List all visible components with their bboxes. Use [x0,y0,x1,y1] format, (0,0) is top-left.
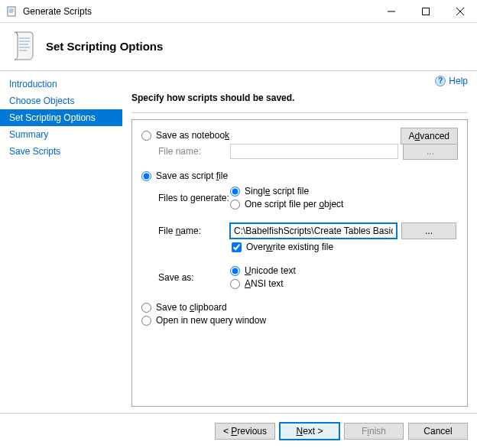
unicode-text-label: Unicode text [245,265,296,276]
single-script-file-label: Single script file [245,186,309,196]
nav-introduction[interactable]: Introduction [0,76,122,93]
close-button[interactable] [443,0,477,22]
titlebar: Generate Scripts [0,0,477,23]
wizard-nav: Introduction Choose Objects Set Scriptin… [0,71,122,413]
maximize-button[interactable] [408,0,443,22]
files-to-generate-label: Files to generate: [158,193,230,203]
svg-rect-0 [8,7,15,16]
script-filename-label: File name: [158,226,230,236]
cancel-button[interactable]: Cancel [408,423,468,440]
wizard-header: Set Scripting Options [0,23,477,70]
single-script-file-radio[interactable] [230,187,240,196]
script-icon [11,31,38,61]
nav-summary[interactable]: Summary [0,126,122,143]
notebook-filename-label: File name: [158,146,230,157]
save-to-clipboard-option[interactable]: Save to clipboard [141,302,458,313]
overwrite-option[interactable]: Overwrite existing file [232,242,458,252]
overwrite-checkbox[interactable] [232,242,242,252]
help-label: Help [449,76,468,86]
previous-button[interactable]: < Previous [215,423,275,440]
page-title: Set Scripting Options [46,40,163,53]
open-in-new-query-radio[interactable] [141,316,151,326]
one-file-per-object-radio[interactable] [230,200,240,209]
svg-rect-1 [422,8,429,15]
save-as-encoding-label: Save as: [158,272,230,283]
notebook-browse-button: ... [403,143,458,160]
advanced-button[interactable]: Advanced [401,128,458,144]
ansi-text-label: ANSI text [245,278,284,289]
ansi-text-radio[interactable] [230,279,240,289]
open-in-new-query-option[interactable]: Open in new query window [141,315,458,326]
nav-choose-objects[interactable]: Choose Objects [0,93,122,109]
script-browse-button[interactable]: ... [401,222,456,239]
notebook-filename-input [230,144,398,159]
save-as-notebook-radio[interactable] [141,131,151,141]
one-file-per-object-option[interactable]: One script file per object [230,199,343,209]
unicode-text-radio[interactable] [230,266,240,276]
divider [131,112,468,113]
nav-set-scripting-options[interactable]: Set Scripting Options [0,109,122,126]
wizard-footer: < Previous Next > Finish Cancel [0,413,477,448]
save-as-script-file-radio[interactable] [141,171,151,181]
save-to-clipboard-radio[interactable] [141,303,151,313]
save-to-clipboard-label: Save to clipboard [156,302,227,313]
single-script-file-option[interactable]: Single script file [230,186,343,196]
save-as-notebook-label: Save as notebook [156,130,229,141]
options-panel: Advanced Save as notebook File name: ...… [131,119,468,407]
save-as-script-file-option[interactable]: Save as script file [141,170,458,181]
script-filename-input[interactable] [230,223,397,239]
ansi-text-option[interactable]: ANSI text [230,278,296,289]
overwrite-label: Overwrite existing file [246,242,333,252]
app-icon [6,5,18,18]
one-file-per-object-label: One script file per object [245,199,343,209]
nav-save-scripts[interactable]: Save Scripts [0,143,122,160]
save-as-script-file-label: Save as script file [156,170,228,181]
wizard-body: Introduction Choose Objects Set Scriptin… [0,70,477,413]
section-heading: Specify how scripts should be saved. [131,93,468,103]
finish-button: Finish [344,423,404,440]
minimize-button[interactable] [374,0,408,22]
window-controls [374,0,477,22]
unicode-text-option[interactable]: Unicode text [230,265,296,276]
help-link[interactable]: ? Help [435,76,468,86]
open-in-new-query-label: Open in new query window [156,315,266,326]
content-area: ? Help Specify how scripts should be sav… [122,71,477,413]
next-button[interactable]: Next > [280,423,339,440]
help-icon: ? [435,76,446,86]
window-title: Generate Scripts [23,6,374,17]
